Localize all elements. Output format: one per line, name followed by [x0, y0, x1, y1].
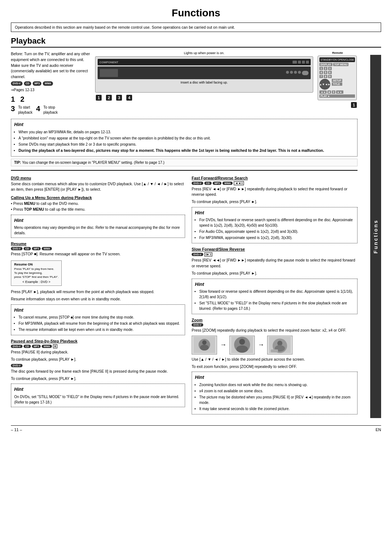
- resume-hint-list: To cancel resume, press [STOP ■] one mor…: [14, 315, 182, 332]
- r-btn-4[interactable]: 4: [319, 71, 323, 74]
- zoom-hint-list: Zooming function does not work while the…: [195, 382, 354, 412]
- btn-d[interactable]: [298, 71, 301, 74]
- btn-c[interactable]: [294, 71, 297, 74]
- resume-section: Resume DVD-V CD MP3 WMA Press [STOP ■]. …: [11, 242, 185, 335]
- r-btn-1[interactable]: 1: [319, 67, 323, 70]
- ff-title: Fast Forward/Reverse Search: [192, 176, 358, 180]
- device-diagram-area: Lights up when power is on. COMPONENT: [95, 51, 313, 115]
- r-btn-rev[interactable]: ◄◄: [319, 90, 327, 94]
- hint-main-title: Hint: [14, 121, 354, 128]
- r-btn-6[interactable]: 6: [328, 71, 332, 74]
- hint-main: Hint When you play an MP3/WMA file, deta…: [11, 119, 358, 156]
- ff-hint: Hint For DVDs, fast forward or reverse s…: [192, 207, 358, 244]
- intro-text: Operations described in this section are…: [15, 25, 235, 29]
- zoom-section: Zoom DVD-V Press [ZOOM] repeatedly durin…: [192, 318, 358, 414]
- content-area: Before: Turn on the TV, amplifier and an…: [11, 51, 370, 418]
- fast-forward-section: Fast Forward/Reverse Search DVD-V CD MP3…: [192, 176, 358, 244]
- svg-rect-12: [271, 349, 278, 352]
- dvd-menu-hint-title: Hint: [14, 217, 182, 224]
- svg-point-10: [277, 341, 282, 346]
- r-btn-display[interactable]: DISPLAY: [319, 63, 332, 66]
- remote-numpad: 1 2 3 4 5 6 7 8 9: [319, 67, 332, 78]
- bottom-controls: [286, 71, 309, 75]
- dvd-only-icon: DVD-V: [11, 364, 23, 367]
- device-controls: [293, 61, 309, 64]
- ff-dvd-icon: DVD-V: [192, 182, 203, 185]
- btn-oval[interactable]: [302, 71, 309, 75]
- ff-mp3-icon: MP3: [213, 182, 221, 185]
- dvd-icon: DVD-V: [11, 81, 23, 86]
- cd-icon: CD: [24, 81, 31, 86]
- btn-b[interactable]: [290, 71, 293, 74]
- ff-body: Press [REV ◄◄] or [FWD ►►] repeatedly du…: [192, 186, 358, 198]
- step-2: 2: [20, 96, 26, 103]
- ff-hint-item-1: For DVDs, fast forward or reverse search…: [199, 217, 354, 228]
- zoom-img-2: [229, 336, 255, 355]
- r-btn-9[interactable]: 9: [328, 75, 332, 78]
- sf-title: Slow Forward/Slow Reverse: [192, 247, 358, 251]
- btn-a[interactable]: [286, 71, 289, 74]
- r-btn-topmen[interactable]: TOP MENU: [333, 63, 349, 66]
- insert-label: Insert a disc with label facing up.: [98, 81, 311, 84]
- step-4-num: 4: [36, 105, 42, 112]
- dvd-menu-title: DVD menu: [11, 176, 185, 180]
- r-btn-pause[interactable]: II: [332, 90, 335, 94]
- example-label: < Example : DVD >: [14, 280, 58, 284]
- r-btn-2[interactable]: 2: [324, 67, 327, 70]
- paused-disc-types: DVD-V CD MP3 WMA II: [11, 344, 185, 348]
- ctrl-3: [302, 61, 305, 64]
- r-dpad[interactable]: ▲▼◄►: [319, 79, 330, 90]
- badge-r1: 1: [351, 102, 357, 108]
- ff-continue: To continue playback, press [PLAY ►].: [192, 199, 358, 205]
- step-2-num: 2: [20, 96, 26, 103]
- resume-instructions: Press 'PLAY' to play from here.To play t…: [14, 267, 58, 279]
- zoom-img-1: [192, 336, 217, 355]
- r-btn-8[interactable]: 8: [324, 75, 327, 78]
- zoom-arrow-2: →: [258, 341, 264, 349]
- section-title: Playback: [11, 36, 381, 48]
- sf-hint: Hint Slow forward or reverse speed is di…: [192, 279, 358, 315]
- hint-main-item-4: During the playback of a two-layered dis…: [19, 148, 354, 154]
- dvd-only-body: The disc goes forward by one frame each …: [11, 369, 185, 374]
- r-btn-3[interactable]: 3: [328, 67, 332, 70]
- zoom-disc-types: DVD-V: [192, 323, 358, 327]
- r-btn-5[interactable]: 5: [324, 71, 327, 74]
- r-btn-play[interactable]: PLAY ►: [319, 94, 355, 98]
- remote-row-2: 1 2 3 4 5 6 7 8 9: [319, 67, 355, 78]
- zoom-hint-item-3: The picture may be distorted when you pr…: [199, 394, 354, 405]
- r-btn-7[interactable]: 7: [319, 75, 323, 78]
- r-btn-titlemenu[interactable]: TITLE: [332, 82, 342, 86]
- zoom-img-3: [267, 336, 293, 355]
- step-row-34: 3 To startplayback 4 To stopplayback: [11, 105, 91, 115]
- resume-hint-item-2: For MP3/WMA, playback will resume from t…: [19, 321, 182, 326]
- paused-title: Paused and Step-by-Step Playback: [11, 339, 185, 343]
- resume-hint: Hint To cancel resume, press [STOP ■] on…: [11, 304, 185, 336]
- paused-hint-title: Hint: [14, 386, 182, 393]
- footer-lang: EN: [376, 428, 381, 432]
- sf-hint-list: Slow forward or reverse speed is differe…: [195, 289, 354, 311]
- wma-icon: WMA: [43, 81, 53, 86]
- remote-diagram-area: Remote STANDBY/ON OPEN/CLOSE DISPLAY TOP…: [318, 51, 358, 115]
- r-btn-stop[interactable]: ■: [327, 90, 331, 94]
- ps-wma-icon: WMA: [42, 345, 52, 348]
- remote-step-badges: 1: [318, 102, 358, 108]
- zoom-hint-title: Hint: [195, 374, 354, 381]
- paused-hint-text: On DVDs, set "STILL MODE" to "FIELD" in …: [14, 394, 182, 405]
- zoom-body: Press [ZOOM] repeatedly during playback …: [192, 328, 358, 333]
- device-bottom-unit: [98, 66, 311, 79]
- remote-control: STANDBY/ON OPEN/CLOSE DISPLAY TOP MENU 1…: [318, 56, 357, 100]
- resume-hint-item-3: The resume information will be kept even…: [19, 327, 182, 332]
- dvd-menu-hint: Hint Menu operations may vary depending …: [11, 215, 185, 238]
- res-dvd-icon: DVD-V: [11, 247, 23, 250]
- step-badges-row: 1 2 3 4: [95, 95, 313, 101]
- badge-2: 2: [106, 95, 112, 101]
- step-3-desc: To startplayback: [18, 105, 32, 115]
- functions-sidebar: Functions: [370, 55, 381, 418]
- r-btn-fwd[interactable]: ►►: [336, 90, 343, 94]
- footer-page: – 11 –: [11, 428, 22, 432]
- zoom-dvd-icon: DVD-V: [192, 323, 203, 327]
- section-divider: [11, 170, 358, 171]
- r-btn-setup[interactable]: SETUP: [332, 79, 342, 82]
- zoom-hint-item-1: Zooming function does not work while the…: [199, 382, 354, 388]
- remote-row-play: PLAY ►: [319, 94, 355, 98]
